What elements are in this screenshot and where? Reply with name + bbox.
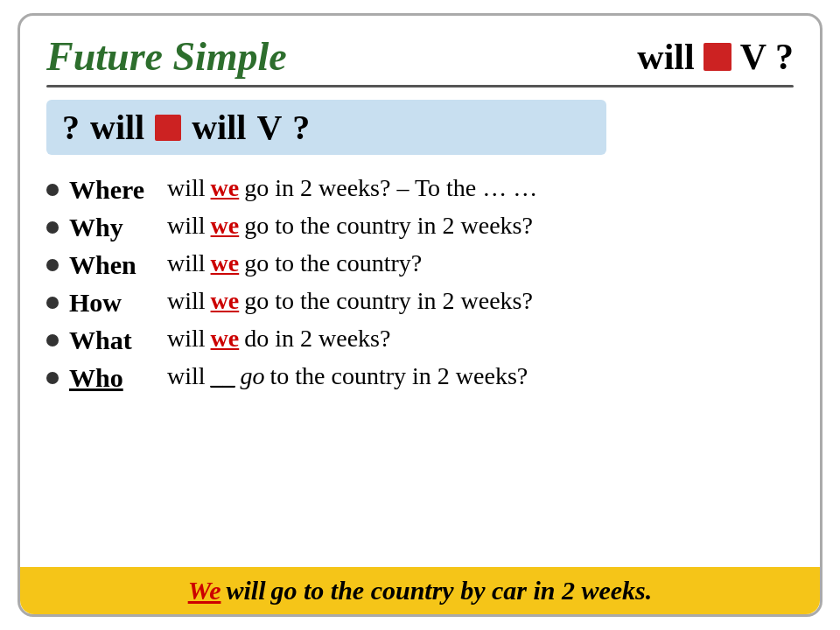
formula-will: will	[637, 36, 694, 78]
bullet-icon	[46, 221, 59, 234]
slide-title: Future Simple	[46, 33, 287, 80]
bar-will1: will	[90, 107, 144, 148]
rest-when: go to the country?	[244, 249, 422, 277]
we-what: we	[211, 325, 240, 353]
row-what: What will we do in 2 weeks?	[46, 325, 794, 355]
we-where: we	[211, 174, 240, 202]
bullet-icon	[46, 184, 59, 196]
rest-where: go in 2 weeks? – To the … …	[244, 174, 537, 202]
red-box-top	[704, 43, 732, 71]
wh-when: When	[69, 250, 136, 280]
will-what: will	[167, 325, 206, 353]
will-why: will	[167, 212, 206, 240]
wh-where: Where	[69, 175, 144, 205]
bullet-where: Where	[46, 175, 151, 205]
wh-how: How	[69, 288, 122, 318]
rest-what: do in 2 weeks?	[244, 325, 390, 353]
bottom-will: will	[226, 576, 265, 606]
divider	[46, 85, 794, 88]
red-box-bar	[155, 115, 181, 141]
bullet-icon	[46, 334, 59, 346]
bullet-icon	[46, 259, 59, 271]
row-when: When will we go to the country?	[46, 249, 794, 280]
row-how: How will we go to the country in 2 weeks…	[46, 287, 794, 318]
row-where: Where will we go in 2 weeks? – To the … …	[46, 174, 794, 205]
bullet-how: How	[46, 288, 151, 318]
bar-q1: ?	[62, 107, 80, 148]
formula-question: ?	[775, 36, 794, 78]
wh-why: Why	[69, 213, 123, 242]
we-why: we	[211, 212, 240, 240]
rest-why: go to the country in 2 weeks?	[244, 212, 533, 240]
rest-how: go to the country in 2 weeks?	[244, 287, 533, 315]
we-how: we	[211, 287, 240, 315]
bullet-icon	[46, 372, 59, 384]
slide: Future Simple will V ? ? will will V ? W…	[18, 13, 822, 617]
bar-q2: ?	[292, 107, 310, 148]
bar-v: V	[256, 107, 282, 148]
will-how: will	[167, 287, 206, 315]
bottom-rest: go to the country by car in 2 weeks.	[270, 576, 652, 606]
bullet-what: What	[46, 326, 151, 355]
bullet-icon	[46, 297, 59, 309]
we-when: we	[211, 249, 240, 277]
blank-who: __	[211, 362, 235, 390]
row-why: Why will we go to the country in 2 weeks…	[46, 212, 794, 242]
bullet-when: When	[46, 250, 151, 280]
sentence-when: will we go to the country?	[167, 249, 422, 277]
will-where: will	[167, 174, 206, 202]
will-when: will	[167, 249, 206, 277]
bar-will2: will	[192, 107, 246, 148]
sentence-where: will we go in 2 weeks? – To the … …	[167, 174, 537, 202]
bottom-we: We	[188, 576, 221, 606]
bullet-who: Who	[46, 363, 151, 393]
rest-who: to the country in 2 weeks?	[270, 362, 528, 390]
wh-who: Who	[69, 363, 123, 393]
formula-top: will V ?	[637, 36, 794, 78]
formula-v: V	[740, 36, 766, 78]
formula-bar: ? will will V ?	[46, 100, 606, 155]
go-who: go	[241, 362, 265, 390]
header-row: Future Simple will V ?	[46, 33, 794, 80]
wh-what: What	[69, 326, 132, 355]
bottom-bar: We will go to the country by car in 2 we…	[20, 567, 820, 614]
content-area: Where will we go in 2 weeks? – To the … …	[46, 174, 794, 393]
sentence-why: will we go to the country in 2 weeks?	[167, 212, 533, 240]
sentence-how: will we go to the country in 2 weeks?	[167, 287, 533, 315]
sentence-what: will we do in 2 weeks?	[167, 325, 390, 353]
sentence-who: will __ go to the country in 2 weeks?	[167, 362, 528, 390]
will-who: will	[167, 362, 206, 390]
bullet-why: Why	[46, 213, 151, 242]
row-who: Who will __ go to the country in 2 weeks…	[46, 362, 794, 393]
